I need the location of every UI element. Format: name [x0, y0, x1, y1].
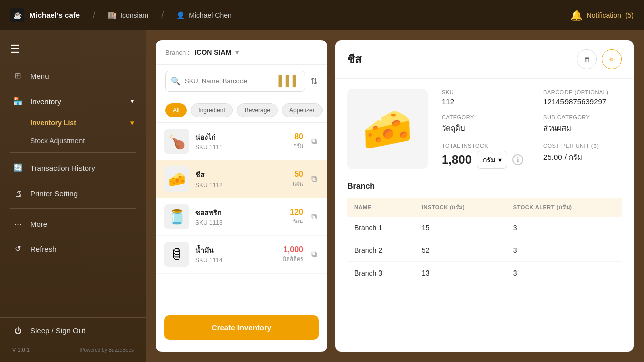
item-qty-unit: กรัม: [293, 141, 303, 150]
content-area: Branch : ICON SIAM ▾ 🔍 ▌▌▌ ⇅ All Ingredi…: [146, 30, 644, 362]
item-name: ชีส: [195, 169, 287, 180]
delete-button[interactable]: 🗑: [577, 49, 597, 69]
list-item[interactable]: 🫙 ซอสพริก SKU 1113 120 ช้อน ⧉: [156, 198, 327, 236]
brand-name: Michael's cafe: [29, 11, 80, 19]
notification-label: Notification: [587, 11, 621, 19]
trash-icon: 🗑: [584, 56, 590, 63]
sidebar-item-sleep-signout[interactable]: ⏻ Sleep / Sign Out: [0, 318, 146, 343]
inventory-icon: 🏪: [12, 96, 23, 107]
filter-tab-appetizer[interactable]: Appetizer: [282, 103, 323, 117]
table-row: Branch 3 13 3: [347, 262, 622, 285]
sleep-signout-icon: ⏻: [12, 325, 23, 336]
barcode-icon[interactable]: ▌▌▌: [278, 75, 300, 87]
menu-icon: ⊞: [12, 70, 23, 81]
notification-count: (5): [625, 11, 634, 19]
item-quantity: 120 ช้อน: [290, 208, 303, 226]
table-row: Branch 2 52 3: [347, 239, 622, 262]
branch-section-title: Branch: [347, 182, 622, 191]
product-overview: 🧀 SKU 112 BARCODE (OPTIONAL) 12145987563…: [347, 89, 622, 169]
branch-label: Branch :: [165, 49, 189, 56]
sidebar-item-menu[interactable]: ⊞ Menu: [0, 63, 146, 88]
branch-value[interactable]: ICON SIAM ▾: [194, 48, 239, 56]
create-inventory-button[interactable]: Create Inventory: [164, 315, 319, 340]
sidebar-bottom: ⏻ Sleep / Sign Out V 1.0.1 Powered by Bu…: [0, 317, 146, 357]
sidebar-item-printer-setting[interactable]: 🖨 Printer Setting: [0, 180, 146, 206]
location-name: Iconsiam: [120, 11, 148, 19]
filter-tabs: All Ingredient Beverage Appetizer: [156, 98, 327, 123]
sidebar-item-stock-adjustment[interactable]: Stock Adjustment: [0, 132, 146, 150]
item-qty-unit: มิลลิลิตร: [283, 254, 303, 263]
filter-tab-all[interactable]: All: [165, 103, 187, 117]
hamburger-menu-icon[interactable]: ☰: [0, 35, 146, 63]
notification-bell-icon: 🔔: [570, 9, 583, 21]
sidebar-item-inventory-label: Inventory: [30, 97, 61, 106]
inventory-items: 🍗 น่องไก่ SKU 1111 80 กรัม ⧉ 🧀: [156, 123, 327, 309]
inventory-panel: Branch : ICON SIAM ▾ 🔍 ▌▌▌ ⇅ All Ingredi…: [156, 40, 327, 352]
user-info: 👤 Michael Chen: [176, 11, 232, 19]
item-image: 🧀: [164, 166, 189, 192]
sidebar-item-stock-adjustment-label: Stock Adjustment: [30, 137, 85, 145]
branch-name: ICON SIAM: [194, 48, 231, 56]
sidebar-item-sleep-signout-label: Sleep / Sign Out: [30, 326, 85, 335]
brand-icon: ☕: [10, 8, 24, 22]
item-quantity: 80 กรัม: [293, 132, 303, 150]
detail-actions: 🗑 ✏: [577, 49, 622, 69]
sort-icon[interactable]: ⇅: [310, 76, 318, 87]
notification-area[interactable]: 🔔 Notification (5): [570, 9, 634, 21]
item-info: ซอสพริก SKU 1113: [195, 207, 284, 226]
detail-title: ชีส: [347, 51, 361, 68]
more-icon: ⋯: [12, 218, 23, 229]
sidebar-item-more[interactable]: ⋯ More: [0, 211, 146, 236]
sidebar-item-transaction-history[interactable]: 🔄 Transaction History: [0, 155, 146, 180]
printer-setting-icon: 🖨: [12, 188, 23, 199]
item-image: 🛢: [164, 242, 189, 267]
branch-table-body: Branch 1 15 3 Branch 2 52 3 Branch 3: [347, 217, 622, 284]
detail-panel: ชีส 🗑 ✏ 🧀 SKU: [335, 40, 634, 352]
branch-col-name: NAME: [347, 198, 415, 217]
copy-icon[interactable]: ⧉: [309, 135, 319, 148]
branch-row-instock: 13: [415, 262, 506, 285]
item-sku: SKU 1114: [195, 257, 277, 264]
unit-selector[interactable]: กรัม ▾: [477, 151, 507, 169]
location: 🏬 Iconsiam: [108, 11, 148, 19]
divider-2: [10, 208, 136, 209]
category-field: CATEGORY วัตถุดิบ: [442, 114, 523, 135]
unit-chevron-icon: ▾: [498, 156, 502, 164]
item-qty-num: 120: [290, 208, 303, 217]
copy-icon[interactable]: ⧉: [309, 172, 319, 186]
filter-tab-ingredient[interactable]: Ingredient: [191, 103, 232, 117]
list-item[interactable]: 🛢 น้ำมัน SKU 1114 1,000 มิลลิลิตร ⧉: [156, 236, 327, 274]
branch-row-alert: 3: [506, 262, 622, 285]
item-quantity: 1,000 มิลลิลิตร: [283, 245, 303, 263]
product-meta: SKU 112 BARCODE (OPTIONAL) 1214598756392…: [442, 89, 622, 169]
sidebar-item-transaction-history-label: Transaction History: [30, 164, 95, 172]
branch-row-name: Branch 1: [347, 217, 415, 239]
edit-button[interactable]: ✏: [602, 49, 622, 69]
list-item[interactable]: 🧀 ชีส SKU 1112 50 แผ่น ⧉: [156, 160, 327, 198]
branch-table-header: NAME INSTOCK (กรัม) STOCK ALERT (กรัม): [347, 198, 622, 217]
sidebar-item-refresh[interactable]: ↺ Refresh: [0, 236, 146, 261]
copy-icon[interactable]: ⧉: [309, 210, 319, 223]
sidebar-item-inventory-list[interactable]: Inventory List ▾: [0, 114, 146, 132]
category-label: CATEGORY: [442, 114, 523, 120]
sku-field: SKU 112: [442, 89, 523, 106]
branch-selector[interactable]: Branch : ICON SIAM ▾: [156, 40, 327, 65]
location-icon: 🏬: [108, 11, 116, 19]
filter-tab-beverage[interactable]: Beverage: [237, 103, 278, 117]
sidebar-item-menu-label: Menu: [30, 72, 49, 80]
sidebar-item-inventory[interactable]: 🏪 Inventory ▾: [0, 88, 146, 114]
list-item[interactable]: 🍗 น่องไก่ SKU 1111 80 กรัม ⧉: [156, 123, 327, 160]
search-input-wrap[interactable]: 🔍 ▌▌▌: [165, 71, 305, 92]
search-input[interactable]: [185, 77, 274, 85]
branch-row-instock: 15: [415, 217, 506, 239]
item-sku: SKU 1112: [195, 182, 287, 189]
sidebar-version: V 1.0.1 Powered by BuzzeBees: [0, 343, 146, 357]
branch-chevron-icon: ▾: [235, 48, 239, 56]
info-icon[interactable]: ℹ: [512, 154, 523, 165]
cost-per-unit-field: COST PER UNIT (฿) 25.00 / กรัม: [543, 143, 622, 169]
item-image: 🫙: [164, 204, 189, 229]
total-instock-label: TOTAL INSTOCK: [442, 143, 523, 149]
search-bar: 🔍 ▌▌▌ ⇅: [156, 65, 327, 98]
copy-icon[interactable]: ⧉: [309, 248, 319, 261]
divider-1: [10, 152, 136, 153]
